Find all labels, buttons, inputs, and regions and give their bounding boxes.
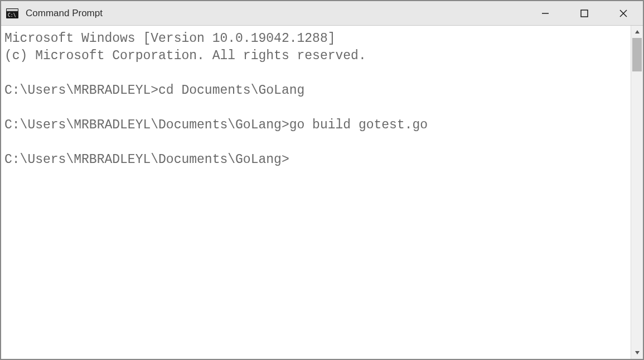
- svg-marker-8: [635, 351, 640, 354]
- svg-rect-1: [7, 9, 18, 11]
- close-button[interactable]: [604, 1, 643, 25]
- client-area: Microsoft Windows [Version 10.0.19042.12…: [1, 26, 643, 359]
- window-title: Command Prompt: [26, 8, 526, 19]
- scroll-up-arrow[interactable]: [631, 26, 643, 38]
- svg-marker-7: [635, 30, 640, 33]
- scroll-track[interactable]: [631, 38, 643, 347]
- minimize-button[interactable]: [526, 1, 565, 25]
- svg-text:C:\: C:\: [8, 13, 16, 18]
- terminal-output[interactable]: Microsoft Windows [Version 10.0.19042.12…: [1, 26, 631, 359]
- cmd-icon: C:\: [6, 7, 19, 20]
- scroll-thumb[interactable]: [632, 38, 642, 71]
- window-controls: [526, 1, 643, 25]
- titlebar[interactable]: C:\ Command Prompt: [1, 1, 643, 26]
- vertical-scrollbar[interactable]: [631, 26, 643, 359]
- svg-rect-4: [581, 10, 588, 17]
- maximize-button[interactable]: [565, 1, 604, 25]
- command-prompt-window: C:\ Command Prompt Microsoft Windows [Ve…: [1, 1, 643, 359]
- scroll-down-arrow[interactable]: [631, 347, 643, 359]
